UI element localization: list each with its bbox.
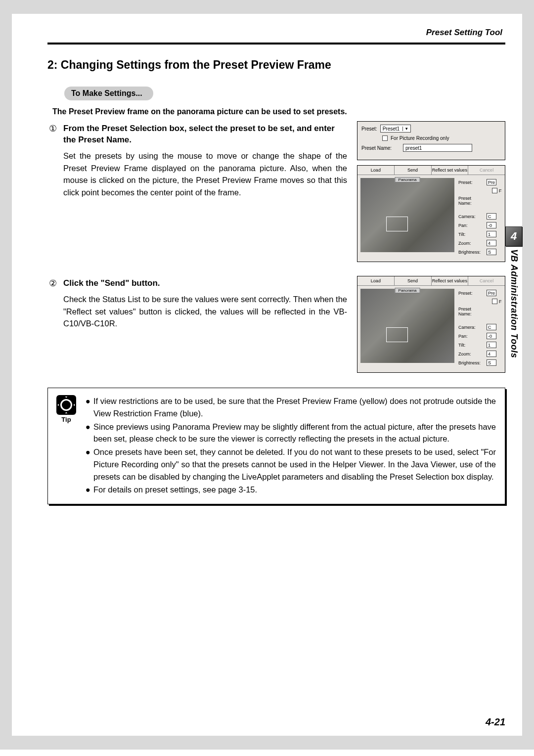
bullet-icon: ●	[86, 484, 90, 496]
side-camera-label: Camera:	[458, 214, 485, 219]
screenshot-panorama-1: Load Send Reflect set values Cancel Pano…	[357, 165, 505, 262]
side-pan-value[interactable]: -0	[487, 222, 496, 228]
side2-pan-label: Pan:	[458, 334, 485, 339]
side-brightness-label: Brightness:	[458, 250, 485, 255]
preset-preview-frame[interactable]	[386, 217, 408, 231]
tip-label: Tip	[55, 416, 78, 423]
cancel-button[interactable]: Cancel	[468, 166, 505, 175]
chapter-side-tab: 4 VB Administration Tools	[505, 226, 522, 358]
preset-label: Preset:	[361, 126, 377, 132]
side2-preset-value[interactable]: Pre	[487, 290, 496, 296]
chapter-number-badge: 4	[505, 226, 522, 246]
side-preset-value[interactable]: Pre	[487, 179, 496, 185]
side-brightness-value[interactable]: S	[487, 249, 496, 255]
side-zoom-label: Zoom:	[458, 241, 485, 246]
side2-brightness-label: Brightness:	[458, 360, 485, 365]
reflect-button[interactable]: Reflect set values	[432, 166, 469, 175]
reflect-button-2[interactable]: Reflect set values	[432, 276, 469, 285]
load-button[interactable]: Load	[357, 166, 395, 175]
load-button-2[interactable]: Load	[357, 276, 395, 285]
tip-box: Tip ●If view restrictions are to be used…	[47, 388, 505, 504]
side-preset-name-label: Preset Name:	[458, 196, 485, 206]
side-preset-label: Preset:	[458, 180, 485, 185]
side-pan-label: Pan:	[458, 223, 485, 228]
side2-tilt-value[interactable]: 1	[487, 342, 496, 348]
bullet-icon: ●	[86, 446, 90, 483]
step-1-number: ①	[47, 123, 58, 199]
side2-pan-value[interactable]: -0	[487, 333, 496, 339]
side2-camera-label: Camera:	[458, 325, 485, 330]
step-2-body: Check the Status List to be sure the val…	[63, 293, 347, 330]
side2-brightness-value[interactable]: S	[487, 359, 496, 366]
side-tilt-label: Tilt:	[458, 232, 485, 237]
side2-zoom-label: Zoom:	[458, 352, 485, 356]
tip-item-1: If view restrictions are to be used, be …	[93, 395, 496, 420]
lead-text: The Preset Preview frame on the panorama…	[52, 107, 505, 116]
cancel-button-2[interactable]: Cancel	[468, 276, 505, 285]
panorama-preview-2[interactable]: Panorama	[360, 289, 454, 363]
section-title: 2: Changing Settings from the Preset Pre…	[47, 58, 505, 72]
step-1: ① From the Preset Selection box, select …	[47, 123, 347, 199]
step-2-title: Click the "Send" button.	[63, 278, 347, 289]
preset-dropdown-value: Preset1	[383, 126, 400, 132]
side-recording-checkbox[interactable]	[492, 188, 497, 193]
chevron-down-icon: ▼	[402, 127, 408, 131]
side-tilt-value[interactable]: 1	[487, 231, 496, 237]
preset-name-label: Preset Name:	[361, 145, 400, 151]
bullet-icon: ●	[86, 421, 90, 445]
send-button[interactable]: Send	[395, 166, 432, 175]
tip-item-4: For details on preset settings, see page…	[93, 484, 257, 496]
side-camera-value[interactable]: C	[487, 213, 496, 220]
recording-only-checkbox[interactable]	[382, 135, 388, 141]
tip-item-3: Once presets have been set, they cannot …	[93, 446, 496, 483]
step-1-body: Set the presets by using the mouse to mo…	[63, 150, 347, 199]
tip-icon	[56, 395, 76, 415]
send-button-2[interactable]: Send	[395, 276, 432, 285]
bullet-icon: ●	[86, 395, 90, 420]
preset-name-value: preset1	[405, 145, 422, 151]
page-number: 4-21	[486, 716, 505, 728]
step-1-title: From the Preset Selection box, select th…	[63, 123, 347, 146]
side2-camera-value[interactable]: C	[487, 324, 496, 330]
panorama-tab-label-2: Panorama	[395, 288, 420, 293]
preset-preview-frame-2[interactable]	[386, 327, 408, 342]
tip-list: ●If view restrictions are to be used, be…	[86, 395, 496, 497]
panorama-tab-label: Panorama	[395, 177, 420, 182]
recording-only-label: For Picture Recording only	[391, 135, 449, 141]
tip-item-2: Since previews using Panorama Preview ma…	[93, 421, 496, 445]
side-recording-label: F	[499, 188, 503, 193]
side2-recording-checkbox[interactable]	[492, 299, 497, 304]
preset-name-input[interactable]: preset1	[403, 144, 472, 152]
screenshot-preset-selection: Preset: Preset1 ▼ For Picture Recording …	[357, 121, 505, 160]
panorama-preview[interactable]: Panorama	[360, 178, 454, 252]
step-2: ② Click the "Send" button. Check the Sta…	[47, 278, 347, 330]
side2-tilt-label: Tilt:	[458, 343, 485, 348]
step-2-number: ②	[47, 278, 58, 330]
screenshot-panorama-2: Load Send Reflect set values Cancel Pano…	[357, 276, 505, 373]
side2-recording-label: F	[499, 299, 503, 304]
header-tool-title: Preset Setting Tool	[47, 28, 505, 38]
side2-zoom-value[interactable]: 4	[487, 351, 496, 357]
side-zoom-value[interactable]: 4	[487, 240, 496, 246]
chapter-title-vertical: VB Administration Tools	[509, 249, 519, 358]
side2-preset-label: Preset:	[458, 291, 485, 296]
make-settings-pill: To Make Settings...	[64, 87, 153, 100]
header-rule	[47, 43, 505, 44]
side2-preset-name-label: Preset Name:	[458, 307, 485, 316]
preset-dropdown[interactable]: Preset1 ▼	[380, 125, 411, 133]
